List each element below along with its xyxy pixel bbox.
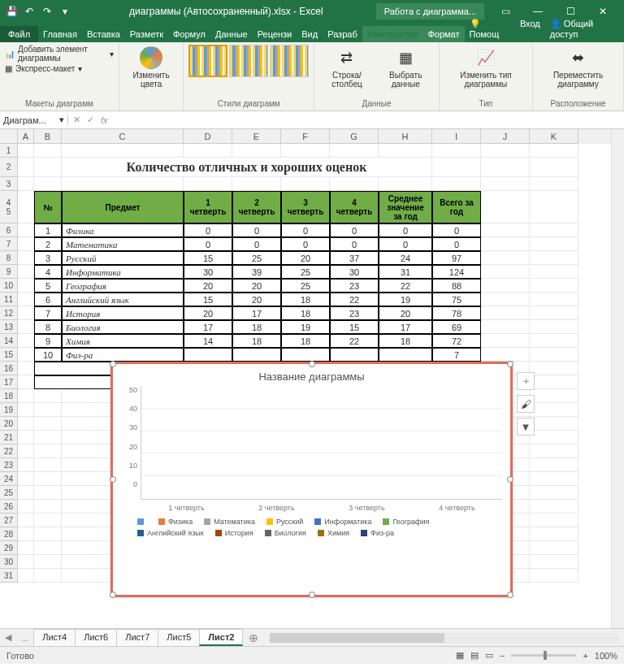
add-chart-element-button[interactable]: 📊Добавить элемент диаграммы ▾ — [5, 45, 114, 63]
chart-styles-button[interactable]: 🖌 — [517, 395, 535, 413]
scroll-thumb[interactable] — [270, 633, 444, 643]
legend-item[interactable]: География — [383, 518, 429, 526]
row-header[interactable]: 9 — [0, 265, 18, 279]
cell[interactable] — [379, 177, 432, 191]
cell[interactable] — [530, 237, 578, 251]
sheet-tab[interactable]: Лист7 — [116, 629, 158, 646]
cell[interactable] — [481, 279, 530, 293]
row-header[interactable]: 28 — [0, 527, 18, 541]
col-header[interactable]: G — [330, 129, 379, 144]
cell[interactable]: 25 — [281, 279, 330, 293]
signin-button[interactable]: Вход — [515, 15, 545, 42]
cell[interactable] — [481, 237, 530, 251]
row-header[interactable]: 15 — [0, 348, 18, 362]
cell[interactable]: 7 — [432, 348, 481, 362]
cell[interactable] — [34, 555, 62, 569]
cell[interactable] — [34, 514, 62, 527]
cell[interactable] — [530, 251, 578, 265]
cell[interactable]: 20 — [184, 306, 232, 320]
cell[interactable] — [18, 293, 34, 306]
cell[interactable] — [18, 555, 34, 569]
cell[interactable]: Математика — [62, 237, 184, 251]
cell[interactable] — [184, 144, 232, 158]
cell[interactable] — [18, 251, 34, 265]
sheet-tab[interactable]: Лист4 — [33, 629, 76, 646]
enter-icon[interactable]: ✓ — [87, 115, 94, 125]
sheet-title-cell[interactable]: Количество отличных и хороших оценок — [62, 158, 432, 177]
cell[interactable]: 22 — [330, 293, 379, 306]
cell[interactable] — [18, 500, 34, 514]
cell[interactable] — [232, 348, 281, 362]
cell[interactable]: 88 — [432, 279, 481, 293]
cell[interactable]: 23 — [330, 306, 379, 320]
cell[interactable] — [18, 144, 34, 158]
qat-more-icon[interactable]: ▾ — [58, 5, 72, 18]
cell[interactable] — [18, 177, 34, 191]
legend-item[interactable]: Информатика — [314, 518, 371, 526]
col-header[interactable]: B — [34, 129, 62, 144]
cell[interactable] — [530, 306, 578, 320]
cell[interactable] — [481, 320, 530, 334]
cell[interactable] — [530, 177, 578, 191]
cell[interactable]: 37 — [330, 251, 379, 265]
cell[interactable] — [481, 144, 530, 158]
cell[interactable]: 5 — [34, 279, 62, 293]
cell[interactable]: Русский — [62, 251, 184, 265]
cell[interactable] — [232, 144, 281, 158]
cell[interactable]: 0 — [281, 223, 330, 237]
cell[interactable] — [34, 144, 62, 158]
cell[interactable] — [530, 541, 578, 555]
legend-item[interactable]: Русский — [266, 518, 303, 526]
cell[interactable]: 0 — [379, 237, 432, 251]
cell[interactable]: 78 — [432, 306, 481, 320]
cell[interactable] — [18, 431, 34, 444]
cell[interactable] — [18, 458, 34, 472]
cell[interactable] — [530, 334, 578, 348]
cell[interactable] — [481, 177, 530, 191]
row-header[interactable]: 23 — [0, 458, 18, 472]
cell[interactable] — [530, 444, 578, 458]
cell[interactable]: 15 — [184, 251, 232, 265]
resize-handle[interactable] — [507, 592, 514, 598]
cell[interactable]: Физика — [62, 223, 184, 237]
cell[interactable]: 17 — [379, 320, 432, 334]
cell[interactable] — [18, 527, 34, 541]
cell[interactable]: Биология — [62, 320, 184, 334]
cell[interactable]: 1 — [34, 223, 62, 237]
cell[interactable] — [481, 223, 530, 237]
legend-item[interactable]: Биология — [265, 529, 306, 537]
cell[interactable]: 18 — [232, 334, 281, 348]
change-colors-button[interactable]: Изменить цвета — [124, 45, 178, 90]
cell[interactable] — [18, 514, 34, 527]
vertical-scrollbar[interactable] — [611, 129, 624, 628]
cell[interactable] — [34, 541, 62, 555]
undo-icon[interactable]: ↶ — [23, 5, 36, 18]
cell[interactable]: Физ-ра — [62, 348, 184, 362]
cell[interactable]: 14 — [184, 334, 232, 348]
chart-filter-button[interactable]: ▼ — [517, 418, 535, 436]
cell[interactable]: 8 — [34, 320, 62, 334]
tab-help[interactable]: 💡 Помощ — [465, 15, 515, 42]
table-header[interactable]: 1 четверть — [184, 191, 232, 223]
row-header[interactable]: 11 — [0, 293, 18, 306]
cell[interactable] — [530, 158, 578, 177]
row-header[interactable]: 27 — [0, 514, 18, 527]
cell[interactable]: 7 — [34, 306, 62, 320]
cell[interactable] — [530, 265, 578, 279]
cell[interactable] — [481, 158, 530, 177]
cell[interactable]: 0 — [184, 223, 232, 237]
tab-data[interactable]: Данные — [210, 26, 253, 42]
cell[interactable]: История — [62, 306, 184, 320]
col-header[interactable]: E — [232, 129, 281, 144]
cell[interactable]: 124 — [432, 265, 481, 279]
cell[interactable] — [18, 486, 34, 500]
cell[interactable]: 6 — [34, 293, 62, 306]
cell[interactable] — [481, 265, 530, 279]
cell[interactable] — [34, 444, 62, 458]
col-header[interactable]: K — [530, 129, 578, 144]
worksheet-grid[interactable]: A B C D E F G H I J K 12Количество отлич… — [0, 129, 624, 628]
chart-plot-area[interactable]: 50403020100 1 четверть2 четверть3 четвер… — [113, 386, 510, 500]
cell[interactable] — [18, 444, 34, 458]
cell[interactable]: 18 — [281, 334, 330, 348]
tab-view[interactable]: Вид — [297, 26, 323, 42]
